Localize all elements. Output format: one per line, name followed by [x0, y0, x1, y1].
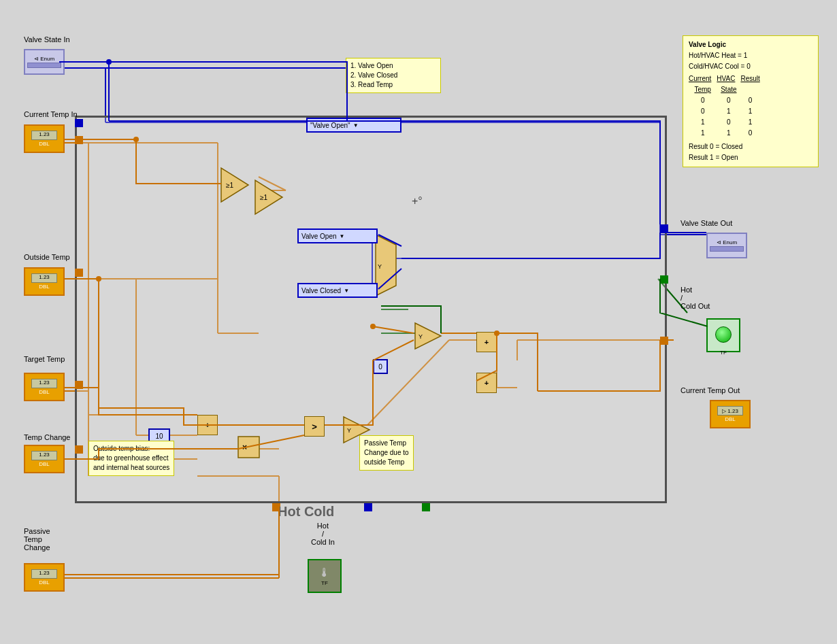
info-title: Valve Logic [689, 39, 813, 50]
frame-terminal-tempout [660, 337, 668, 345]
and-gate-2: ≥1 [252, 177, 293, 218]
valve-state-in-icon: ⊲ Enum [34, 56, 54, 62]
info-sub1: Temp [689, 84, 717, 95]
svg-marker-53 [255, 180, 282, 214]
passive-temp-annotation: Passive Temp Change due to outside Temp [359, 435, 414, 471]
svg-text:≥1: ≥1 [260, 194, 267, 201]
passive-line1: Passive Temp [364, 439, 409, 448]
valve-state-in-block[interactable]: ⊲ Enum [24, 49, 65, 75]
valve-state-out-block: ⊲ Enum [706, 233, 747, 258]
hot-cold-in-icon: 🌡 [309, 566, 340, 580]
info-r3c1: 1 [689, 117, 717, 128]
info-col2-header: HVAC [717, 73, 740, 84]
current-temp-out-dbl: DBL [725, 416, 736, 422]
temp-change-label: Temp Change [24, 433, 71, 441]
info-r3c3: 1 [740, 117, 759, 128]
temp-change-display: 1.23 [31, 451, 57, 460]
info-r1c1: 0 [689, 95, 717, 106]
info-line2: Cold/HVAC Cool = 0 [689, 61, 813, 72]
current-temp-out-label: Current Temp Out [680, 386, 740, 394]
info-col3-header: Result [740, 73, 759, 84]
hot-cold-out-label: Hot / Cold Out [680, 286, 710, 310]
temp-change-block[interactable]: 1.23 DBL [24, 445, 65, 473]
info-line1: Hot/HVAC Heat = 1 [689, 50, 813, 61]
outside-temp-label: Outside Temp [24, 253, 70, 261]
frame-terminal-valvestateout [660, 224, 668, 233]
current-temp-out-block: ▷ 1.23 DBL [710, 400, 751, 428]
target-temp-display: 1.23 [31, 379, 57, 388]
case-selector-label: "Valve Open" [310, 122, 350, 129]
svg-rect-61 [238, 437, 259, 458]
bias-line2: due to greenhouse effect [93, 454, 169, 463]
frame-terminal-tempchange [75, 445, 83, 454]
valve-logic-info-box: Valve Logic Hot/HVAC Heat = 1 Cold/HVAC … [683, 35, 819, 167]
outside-temp-dbl: DBL [39, 284, 50, 290]
temp-change-dbl: DBL [39, 461, 50, 467]
multiply-operator: × [237, 435, 261, 459]
hot-cold-in-block: 🌡 TF [308, 559, 342, 593]
frame-terminal-hotcold [660, 275, 668, 284]
valve-open-dropdown[interactable]: Valve Open [297, 228, 378, 243]
case-selector-dropdown[interactable]: "Valve Open" [306, 118, 401, 133]
hot-cold-in-tf: TF [309, 580, 340, 586]
passive-temp-change-block[interactable]: 1.23 DBL [24, 563, 65, 592]
valve-state-out-label: Valve State Out [680, 219, 732, 227]
target-temp-dbl: DBL [39, 389, 50, 395]
frame-terminal-bottom2 [364, 503, 372, 511]
annotation-line1: 1. Valve Open [350, 61, 436, 71]
target-temp-label: Target Temp [24, 355, 65, 363]
hot-cold-led-circle [715, 326, 732, 343]
frame-terminal-bottom3 [422, 503, 430, 511]
frame-terminal-outsidetemp [75, 269, 83, 277]
current-temp-in-label: Current Temp In [24, 110, 78, 118]
info-r2c1: 0 [689, 106, 717, 117]
passive-temp-dbl: DBL [39, 579, 50, 586]
hot-cold-selector-label: Hot Cold [278, 504, 334, 520]
outside-temp-block[interactable]: 1.23 DBL [24, 267, 65, 296]
outside-temp-bias-annotation: Outside temp bias: due to greenhouse eff… [88, 441, 174, 476]
passive-line2: Change due to [364, 448, 409, 458]
info-sub3 [740, 84, 759, 95]
constant-0-value: 0 [378, 363, 382, 371]
current-temp-display: 1.23 [31, 131, 57, 140]
greater-than-operator: > [304, 416, 325, 437]
valve-closed-dropdown[interactable]: Valve Closed [297, 283, 378, 298]
svg-marker-51 [221, 168, 248, 202]
passive-temp-display: 1.23 [31, 569, 57, 579]
selector-gate-3: Y [412, 320, 444, 352]
info-r3c2: 0 [717, 117, 740, 128]
svg-text:Y: Y [378, 263, 382, 270]
valve-state-out-icon: ⊲ Enum [717, 239, 737, 245]
info-r1c2: 0 [717, 95, 740, 106]
frame-terminal-valvestate [75, 119, 83, 127]
frame-terminal-targettemp [75, 381, 83, 389]
info-result1: Result 1 = Open [689, 152, 813, 163]
valve-closed-label: Valve Closed [301, 287, 341, 294]
passive-temp-change-label: Passive Temp Change [24, 527, 50, 552]
frame-terminal-currenttemp [75, 136, 83, 144]
hot-cold-out-led: TF [706, 318, 740, 352]
current-temp-in-block[interactable]: 1.23 DBL [24, 124, 65, 153]
bias-line3: and internal heat sources [93, 463, 169, 473]
valve-state-in-bar [27, 63, 61, 68]
info-r4c2: 1 [717, 128, 740, 139]
info-sub2: State [717, 84, 740, 95]
hot-cold-tf-label: TF [708, 350, 739, 356]
svg-point-66 [106, 59, 112, 65]
svg-text:×: × [242, 443, 247, 452]
info-r1c3: 0 [740, 95, 759, 106]
current-temp-out-display: ▷ 1.23 [717, 406, 743, 416]
current-temp-dbl: DBL [39, 141, 50, 147]
add-operator-2: + [476, 332, 497, 352]
hot-cold-in-label: Hot / Cold In [311, 522, 335, 546]
info-r2c3: 1 [740, 106, 759, 117]
constant-0: 0 [373, 359, 388, 374]
valve-open-label: Valve Open [301, 233, 337, 240]
target-temp-block[interactable]: 1.23 DBL [24, 373, 65, 401]
svg-text:≥1: ≥1 [226, 182, 233, 189]
bias-line1: Outside temp bias: [93, 444, 169, 454]
valve-state-in-label: Valve State In [24, 35, 70, 44]
add-operator-3: + [476, 373, 497, 393]
info-r4c3: 0 [740, 128, 759, 139]
add-operator-1: + [197, 415, 218, 435]
